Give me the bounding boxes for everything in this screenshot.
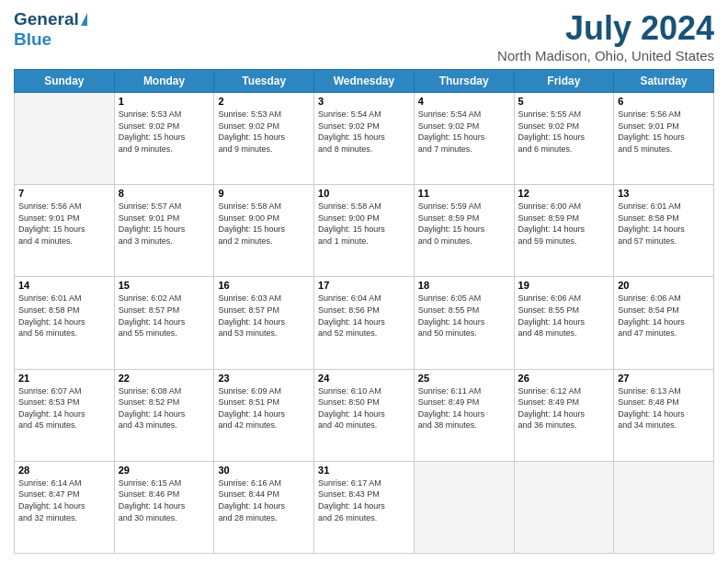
- calendar-cell: 14Sunrise: 6:01 AM Sunset: 8:58 PM Dayli…: [15, 277, 115, 369]
- day-info: Sunrise: 6:06 AM Sunset: 8:55 PM Dayligh…: [518, 293, 610, 339]
- day-number: 22: [119, 373, 210, 384]
- calendar-cell: 10Sunrise: 5:58 AM Sunset: 9:00 PM Dayli…: [314, 185, 415, 277]
- day-info: Sunrise: 6:01 AM Sunset: 8:58 PM Dayligh…: [18, 293, 110, 339]
- week-row-2: 14Sunrise: 6:01 AM Sunset: 8:58 PM Dayli…: [15, 277, 714, 369]
- day-info: Sunrise: 5:54 AM Sunset: 9:02 PM Dayligh…: [418, 109, 510, 155]
- day-info: Sunrise: 5:59 AM Sunset: 8:59 PM Dayligh…: [418, 201, 510, 247]
- calendar-cell: 9Sunrise: 5:58 AM Sunset: 9:00 PM Daylig…: [214, 185, 314, 277]
- day-number: 1: [119, 96, 210, 107]
- calendar-cell: 20Sunrise: 6:06 AM Sunset: 8:54 PM Dayli…: [614, 277, 714, 369]
- calendar-header-row: SundayMondayTuesdayWednesdayThursdayFrid…: [15, 70, 714, 93]
- day-info: Sunrise: 6:06 AM Sunset: 8:54 PM Dayligh…: [618, 293, 710, 339]
- day-number: 11: [418, 188, 510, 199]
- calendar-cell: 7Sunrise: 5:56 AM Sunset: 9:01 PM Daylig…: [15, 185, 115, 277]
- month-title: July 2024: [497, 9, 714, 48]
- week-row-0: 1Sunrise: 5:53 AM Sunset: 9:02 PM Daylig…: [15, 93, 714, 185]
- calendar-table: SundayMondayTuesdayWednesdayThursdayFrid…: [14, 69, 714, 554]
- day-number: 19: [518, 280, 610, 291]
- title-block: July 2024 North Madison, Ohio, United St…: [497, 9, 714, 63]
- day-number: 24: [318, 373, 410, 384]
- day-info: Sunrise: 6:13 AM Sunset: 8:48 PM Dayligh…: [618, 385, 710, 431]
- header: General Blue July 2024 North Madison, Oh…: [14, 9, 714, 63]
- day-number: 9: [218, 188, 310, 199]
- day-header-friday: Friday: [514, 70, 614, 93]
- day-header-sunday: Sunday: [15, 70, 115, 93]
- day-info: Sunrise: 6:08 AM Sunset: 8:52 PM Dayligh…: [119, 385, 210, 431]
- day-info: Sunrise: 6:10 AM Sunset: 8:50 PM Dayligh…: [318, 385, 410, 431]
- day-header-wednesday: Wednesday: [314, 70, 415, 93]
- calendar-cell: 15Sunrise: 6:02 AM Sunset: 8:57 PM Dayli…: [114, 277, 214, 369]
- calendar-cell: 21Sunrise: 6:07 AM Sunset: 8:53 PM Dayli…: [15, 369, 115, 461]
- day-info: Sunrise: 5:56 AM Sunset: 9:01 PM Dayligh…: [18, 201, 110, 247]
- day-header-tuesday: Tuesday: [214, 70, 314, 93]
- day-number: 20: [618, 280, 710, 291]
- day-info: Sunrise: 5:58 AM Sunset: 9:00 PM Dayligh…: [318, 201, 410, 247]
- calendar-cell: 8Sunrise: 5:57 AM Sunset: 9:01 PM Daylig…: [114, 185, 214, 277]
- day-number: 23: [218, 373, 310, 384]
- day-info: Sunrise: 5:58 AM Sunset: 9:00 PM Dayligh…: [218, 201, 310, 247]
- calendar-cell: 12Sunrise: 6:00 AM Sunset: 8:59 PM Dayli…: [514, 185, 614, 277]
- calendar-cell: [414, 461, 514, 553]
- calendar-cell: 31Sunrise: 6:17 AM Sunset: 8:43 PM Dayli…: [314, 461, 415, 553]
- day-number: 4: [418, 96, 510, 107]
- calendar-cell: 13Sunrise: 6:01 AM Sunset: 8:58 PM Dayli…: [614, 185, 714, 277]
- calendar-cell: 24Sunrise: 6:10 AM Sunset: 8:50 PM Dayli…: [314, 369, 415, 461]
- day-number: 5: [518, 96, 610, 107]
- logo-blue: Blue: [14, 29, 87, 50]
- day-info: Sunrise: 6:17 AM Sunset: 8:43 PM Dayligh…: [318, 477, 410, 523]
- calendar-cell: 3Sunrise: 5:54 AM Sunset: 9:02 PM Daylig…: [314, 93, 415, 185]
- day-header-saturday: Saturday: [614, 70, 714, 93]
- day-number: 14: [18, 280, 110, 291]
- day-info: Sunrise: 6:01 AM Sunset: 8:58 PM Dayligh…: [618, 201, 710, 247]
- calendar-cell: 6Sunrise: 5:56 AM Sunset: 9:01 PM Daylig…: [614, 93, 714, 185]
- day-number: 16: [218, 280, 310, 291]
- day-number: 18: [418, 280, 510, 291]
- day-info: Sunrise: 6:14 AM Sunset: 8:47 PM Dayligh…: [18, 477, 110, 523]
- day-number: 8: [119, 188, 210, 199]
- day-number: 3: [318, 96, 410, 107]
- logo-name: General: [14, 9, 87, 29]
- day-number: 2: [218, 96, 310, 107]
- day-info: Sunrise: 6:07 AM Sunset: 8:53 PM Dayligh…: [18, 385, 110, 431]
- logo: General Blue: [14, 9, 87, 50]
- day-number: 29: [119, 465, 210, 476]
- day-info: Sunrise: 5:53 AM Sunset: 9:02 PM Dayligh…: [119, 109, 210, 155]
- calendar-cell: 23Sunrise: 6:09 AM Sunset: 8:51 PM Dayli…: [214, 369, 314, 461]
- calendar-cell: 5Sunrise: 5:55 AM Sunset: 9:02 PM Daylig…: [514, 93, 614, 185]
- calendar-cell: 30Sunrise: 6:16 AM Sunset: 8:44 PM Dayli…: [214, 461, 314, 553]
- day-number: 28: [18, 465, 110, 476]
- day-number: 13: [618, 188, 710, 199]
- logo-arrow-icon: [81, 13, 87, 26]
- day-info: Sunrise: 5:53 AM Sunset: 9:02 PM Dayligh…: [218, 109, 310, 155]
- calendar-cell: [614, 461, 714, 553]
- page: General Blue July 2024 North Madison, Oh…: [0, 0, 728, 563]
- calendar-cell: 26Sunrise: 6:12 AM Sunset: 8:49 PM Dayli…: [514, 369, 614, 461]
- calendar-cell: 19Sunrise: 6:06 AM Sunset: 8:55 PM Dayli…: [514, 277, 614, 369]
- day-info: Sunrise: 5:57 AM Sunset: 9:01 PM Dayligh…: [119, 201, 210, 247]
- day-number: 12: [518, 188, 610, 199]
- day-number: 17: [318, 280, 410, 291]
- calendar-cell: 4Sunrise: 5:54 AM Sunset: 9:02 PM Daylig…: [414, 93, 514, 185]
- calendar-cell: [514, 461, 614, 553]
- day-info: Sunrise: 6:05 AM Sunset: 8:55 PM Dayligh…: [418, 293, 510, 339]
- day-info: Sunrise: 6:11 AM Sunset: 8:49 PM Dayligh…: [418, 385, 510, 431]
- day-header-thursday: Thursday: [414, 70, 514, 93]
- day-info: Sunrise: 6:12 AM Sunset: 8:49 PM Dayligh…: [518, 385, 610, 431]
- day-info: Sunrise: 6:00 AM Sunset: 8:59 PM Dayligh…: [518, 201, 610, 247]
- calendar-cell: 22Sunrise: 6:08 AM Sunset: 8:52 PM Dayli…: [114, 369, 214, 461]
- week-row-1: 7Sunrise: 5:56 AM Sunset: 9:01 PM Daylig…: [15, 185, 714, 277]
- calendar-cell: 28Sunrise: 6:14 AM Sunset: 8:47 PM Dayli…: [15, 461, 115, 553]
- week-row-3: 21Sunrise: 6:07 AM Sunset: 8:53 PM Dayli…: [15, 369, 714, 461]
- calendar-cell: 16Sunrise: 6:03 AM Sunset: 8:57 PM Dayli…: [214, 277, 314, 369]
- day-number: 15: [119, 280, 210, 291]
- day-info: Sunrise: 6:15 AM Sunset: 8:46 PM Dayligh…: [119, 477, 210, 523]
- calendar-cell: 1Sunrise: 5:53 AM Sunset: 9:02 PM Daylig…: [114, 93, 214, 185]
- day-info: Sunrise: 6:03 AM Sunset: 8:57 PM Dayligh…: [218, 293, 310, 339]
- calendar-cell: 25Sunrise: 6:11 AM Sunset: 8:49 PM Dayli…: [414, 369, 514, 461]
- day-number: 31: [318, 465, 410, 476]
- calendar-cell: 27Sunrise: 6:13 AM Sunset: 8:48 PM Dayli…: [614, 369, 714, 461]
- day-number: 25: [418, 373, 510, 384]
- location-title: North Madison, Ohio, United States: [497, 48, 714, 63]
- day-number: 26: [518, 373, 610, 384]
- day-number: 6: [618, 96, 710, 107]
